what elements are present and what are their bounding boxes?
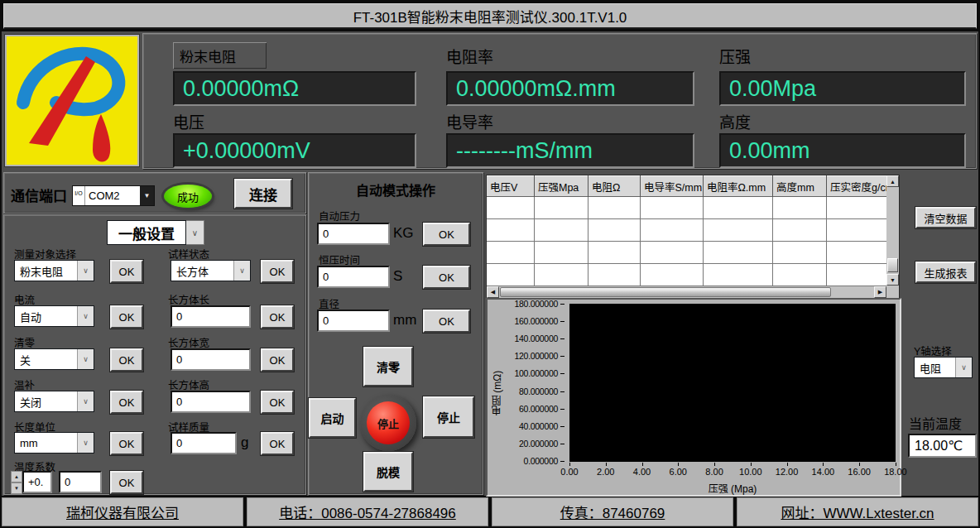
rect-length-ok-button[interactable]: OK [261,305,294,329]
current-ok-button[interactable]: OK [110,305,143,329]
connect-button[interactable]: 连接 [234,179,292,209]
scroll-right-icon[interactable]: ▶ [874,286,886,298]
emergency-stop-button[interactable]: 停止 [360,395,416,451]
com-port-select[interactable]: I/O COM2 ▼ [72,185,155,206]
powder-resistance-label: 粉末电阻 [173,42,267,69]
rect-height-ok-button[interactable]: OK [261,391,294,414]
chevron-down-icon[interactable]: ∨ [233,261,250,281]
table-cell [487,242,535,264]
scroll-left-icon[interactable]: ◀ [487,286,499,298]
voltage-display: +0.00000mV [173,133,416,168]
temp-coef-stepper[interactable]: ▲ ▼ [11,471,22,494]
sample-mass-ok-button[interactable]: OK [261,432,294,455]
table-cell [588,264,641,286]
auto-pressure-ok-button[interactable]: OK [423,223,470,246]
scrollbar-thumb[interactable] [500,287,831,297]
dropdown-arrow-icon[interactable]: ▼ [140,186,154,205]
measurement-display-panel: 粉末电阻 0.00000mΩ 电压 +0.00000mV 电阻率 0.00000… [142,33,977,169]
table-vertical-scrollbar[interactable]: ▲ ▼ [886,175,899,286]
generate-report-button[interactable]: 生成报表 [915,262,976,283]
measure-object-ok-button[interactable]: OK [110,260,143,283]
title-bar: FT-301B智能粉末电阻率测试仪.300.1T.V1.0 [3,3,977,29]
y-axis-tick: 80.000000 [494,387,565,396]
rect-width-ok-button[interactable]: OK [261,348,294,372]
scroll-up-icon[interactable]: ▲ [886,175,899,187]
logo-r-icon [7,36,137,165]
current-select[interactable]: 自动 ∨ [14,305,94,327]
diameter-ok-button[interactable]: OK [423,310,470,333]
rect-length-input[interactable] [171,305,251,328]
hold-time-ok-button[interactable]: OK [423,266,470,289]
rect-height-input[interactable] [171,391,251,413]
diameter-unit: mm [393,312,416,329]
settings-panel: 一般设置 ∨ 测量对象选择 粉末电阻 ∨ OK 电流 自动 ∨ OK 清零 关 … [3,214,306,495]
start-button[interactable]: 启动 [309,398,356,438]
y-axis-tick: 160.000000 [494,317,565,326]
chevron-down-icon[interactable]: ∨ [77,306,94,326]
chart-x-axis-label: 压强 (Mpa) [569,481,896,495]
length-unit-select[interactable]: mm ∨ [14,432,94,454]
scrollbar-thumb[interactable] [887,258,898,272]
column-header: 电阻Ω [588,175,641,197]
scroll-down-icon[interactable]: ▼ [886,274,899,286]
brand-logo [5,35,139,166]
measure-object-select[interactable]: 粉末电阻 ∨ [14,260,94,281]
table-cell [487,264,535,286]
clear-data-button[interactable]: 清空数据 [915,207,976,228]
diameter-input[interactable] [317,310,390,332]
powder-resistance-display: 0.00000mΩ [173,71,416,106]
y-axis-select[interactable]: 电阻 ∨ [914,357,973,378]
auto-pressure-input[interactable] [317,223,390,245]
io-icon: I/O [73,186,85,205]
chevron-down-icon[interactable]: ∨ [77,349,94,369]
table-cell [641,219,704,242]
phone-number: 电话：0086-0574-27868496 [279,502,456,522]
table-horizontal-scrollbar[interactable]: ◀ ▶ [487,286,899,298]
x-axis-tick: 6.00 [661,467,695,477]
resistance-pressure-chart: 电阻 (mΩ) 180.000000 160.000000 140.000000… [486,298,901,497]
temp-coef-value-field[interactable] [59,471,102,493]
temp-comp-select[interactable]: 关闭 ∨ [14,391,94,412]
temp-comp-ok-button[interactable]: OK [110,391,143,414]
select-value: 关 [15,349,77,369]
column-header: 电导率S/mm [641,175,704,197]
conductivity-label: 电导率 [446,110,493,132]
footer-bar: 瑞柯仪器有限公司 电话：0086-0574-27868496 传真：874607… [2,497,978,526]
zero-select[interactable]: 关 ∨ [14,348,94,370]
window-title: FT-301B智能粉末电阻率测试仪.300.1T.V1.0 [353,6,627,26]
table-cell [588,242,641,264]
chevron-down-icon[interactable]: ∨ [186,220,204,245]
chevron-down-icon[interactable]: ∨ [955,358,972,377]
x-axis-tick: 4.00 [625,467,660,477]
table-cell [773,197,827,219]
preset-select[interactable]: 一般设置 ∨ [107,220,204,245]
temp-coef-sign-field[interactable] [22,471,52,493]
website-url: 网址：WWW.Lxtester.cn [781,502,934,522]
rect-width-input[interactable] [171,348,251,371]
chevron-down-icon[interactable]: ∨ [77,391,94,411]
table-header-row: 电压V 压强Mpa 电阻Ω 电导率S/mm 电阻率Ω.mm 高度mm 压实密度g… [487,175,899,197]
spinner-down-icon[interactable]: ▼ [11,482,22,494]
table-cell [588,219,641,242]
clear-button[interactable]: 清零 [363,347,413,386]
demold-button[interactable]: 脱模 [363,452,413,492]
sample-mass-unit: g [241,434,248,451]
chevron-down-icon[interactable]: ∨ [77,433,94,453]
sample-mass-input[interactable] [171,432,237,454]
zero-ok-button[interactable]: OK [110,348,143,372]
sample-state-ok-button[interactable]: OK [261,260,294,283]
table-row [487,197,899,219]
voltage-label: 电压 [173,110,204,132]
hold-time-input[interactable] [317,266,390,288]
spinner-up-icon[interactable]: ▲ [11,471,22,482]
y-axis-tick: 0.000000 [494,457,565,466]
sample-state-select[interactable]: 长方体 ∨ [171,260,251,281]
auto-pressure-unit: KG [393,225,414,242]
chevron-down-icon[interactable]: ∨ [77,261,94,281]
y-axis-tick: 60.000000 [494,405,565,414]
length-unit-ok-button[interactable]: OK [110,432,143,455]
current-temp-display: 18.00℃ [908,434,977,458]
stop-button[interactable]: 停止 [423,396,474,438]
conductivity-display: --------mS/mm [446,133,694,168]
temp-coef-ok-button[interactable]: OK [110,471,143,494]
